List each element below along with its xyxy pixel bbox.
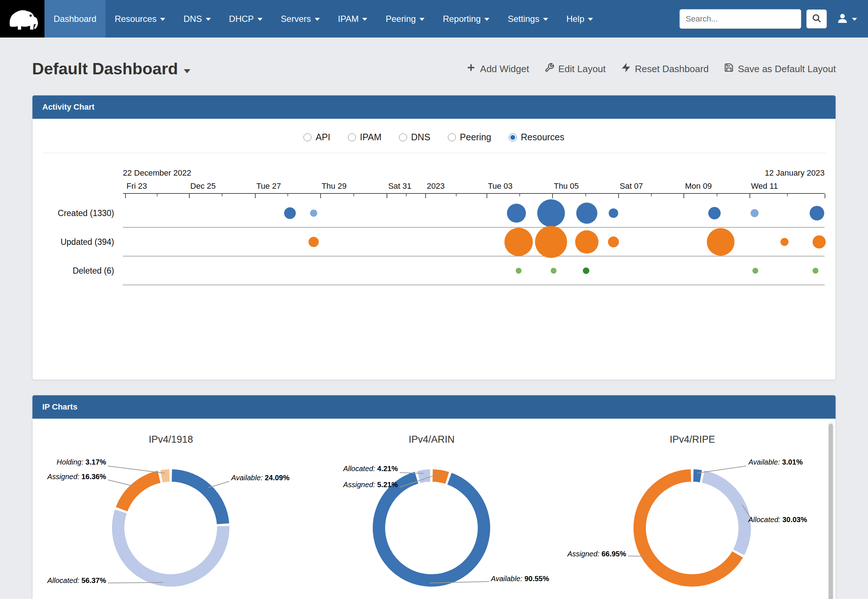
main-menu: DashboardResourcesDNSDHCPServersIPAMPeer… xyxy=(44,0,602,38)
row-track xyxy=(123,199,824,228)
axis-tick-minor xyxy=(222,194,222,196)
activity-panel-header: Activity Chart xyxy=(32,95,836,119)
nav-item-settings[interactable]: Settings xyxy=(498,0,557,38)
action-label: Add Widget xyxy=(480,63,529,75)
label-leader-line xyxy=(697,466,746,473)
radio-input-api[interactable] xyxy=(303,133,311,141)
filter-radio-resources[interactable]: Resources xyxy=(509,132,565,143)
donut-chart-ipv4-arin: IPv4/ARINAllocated: 4.21%Assigned: 5.21%… xyxy=(301,418,562,599)
radio-input-peering[interactable] xyxy=(448,133,456,141)
donut-slice-allocated[interactable] xyxy=(419,476,430,477)
nav-item-resources[interactable]: Resources xyxy=(106,0,174,38)
nav-item-reporting[interactable]: Reporting xyxy=(434,0,498,38)
nav-item-peering[interactable]: Peering xyxy=(376,0,434,38)
axis-tick-minor xyxy=(519,194,520,196)
activity-bubble xyxy=(504,228,533,256)
activity-bubble xyxy=(308,237,319,247)
save-as-default-layout-button[interactable]: Save as Default Layout xyxy=(724,63,836,75)
search-button[interactable] xyxy=(806,9,827,29)
donut-slice-assigned[interactable] xyxy=(122,477,159,509)
donut-slice-available[interactable] xyxy=(693,476,701,476)
timeline-tick-labels: Fri 23Dec 25Tue 27Thu 29Sat 312023Tue 03… xyxy=(123,181,824,193)
axis-tick-minor xyxy=(456,194,457,196)
timeline-row: Updated (394) xyxy=(43,228,824,256)
nav-item-label: Help xyxy=(566,14,584,24)
nav-item-label: DHCP xyxy=(229,14,254,24)
radio-input-ipam[interactable] xyxy=(348,133,356,141)
nav-item-dns[interactable]: DNS xyxy=(174,0,220,38)
donut-title: IPv4/RIPE xyxy=(562,434,823,445)
nav-item-servers[interactable]: Servers xyxy=(272,0,329,38)
dashboard-title-dropdown[interactable]: Default Dashboard xyxy=(32,59,190,78)
activity-filter-group: APIIPAMDNSPeeringResources xyxy=(42,132,826,153)
tick-label: Dec 25 xyxy=(189,181,216,191)
filter-label: API xyxy=(315,132,330,143)
donut-chart-ipv4-1918: IPv4/1918Holding: 3.17%Assigned: 16.36%A… xyxy=(41,418,301,599)
filter-radio-api[interactable]: API xyxy=(303,132,330,143)
donut-slice-available[interactable] xyxy=(379,478,484,580)
donut-slice-holding[interactable] xyxy=(162,476,170,476)
axis-tick-minor xyxy=(287,194,288,196)
radio-input-dns[interactable] xyxy=(399,133,407,141)
mammoth-logo-icon[interactable] xyxy=(0,0,44,38)
nav-item-label: Peering xyxy=(385,14,416,24)
axis-tick-major xyxy=(824,194,825,198)
filter-radio-ipam[interactable]: IPAM xyxy=(348,132,382,143)
axis-tick-major xyxy=(125,194,126,198)
row-label: Updated (394) xyxy=(43,228,123,256)
action-label: Reset Dashboard xyxy=(635,63,709,75)
nav-item-label: IPAM xyxy=(338,14,359,24)
donut-slice-available[interactable] xyxy=(172,476,223,524)
tick-label: Fri 23 xyxy=(125,181,147,191)
chevron-down-icon xyxy=(852,18,857,21)
nav-item-ipam[interactable]: IPAM xyxy=(329,0,377,38)
donut-slice-allocated[interactable] xyxy=(703,477,745,552)
chevron-down-icon xyxy=(420,18,424,21)
donut-svg xyxy=(301,418,562,599)
timeline-row: Deleted (6) xyxy=(43,256,824,285)
filter-radio-peering[interactable]: Peering xyxy=(448,132,491,143)
axis-tick-major xyxy=(386,194,387,198)
edit-layout-button[interactable]: Edit Layout xyxy=(545,63,606,75)
activity-bubble xyxy=(780,238,788,246)
reset-dashboard-button[interactable]: Reset Dashboard xyxy=(621,63,709,75)
axis-tick-major xyxy=(189,194,190,198)
donut-slice-assigned[interactable] xyxy=(433,476,447,478)
add-widget-button[interactable]: Add Widget xyxy=(466,63,529,75)
label-leader-line xyxy=(108,466,165,473)
activity-bubble xyxy=(812,235,826,248)
activity-bubble xyxy=(608,236,619,247)
scrollbar-track[interactable] xyxy=(828,421,834,599)
donut-title: IPv4/1918 xyxy=(41,434,301,445)
activity-timeline: 22 December 2022 12 January 2023 Fri 23D… xyxy=(43,169,824,285)
range-end-label: 12 January 2023 xyxy=(765,169,824,178)
activity-bubble xyxy=(810,206,824,220)
nav-item-label: Reporting xyxy=(443,14,481,24)
donut-label-assigned: Assigned: 16.36% xyxy=(47,473,106,481)
activity-bubble xyxy=(537,199,565,227)
nav-item-label: DNS xyxy=(183,14,202,24)
axis-tick-minor xyxy=(406,194,407,196)
nav-item-help[interactable]: Help xyxy=(557,0,602,38)
radio-input-resources[interactable] xyxy=(509,133,517,141)
search-input[interactable] xyxy=(679,9,801,29)
user-menu[interactable] xyxy=(836,12,857,26)
chevron-down-icon xyxy=(315,18,320,21)
nav-item-label: Settings xyxy=(508,14,539,24)
donut-slice-allocated[interactable] xyxy=(118,512,223,580)
donut-chart-ipv4-ripe: IPv4/RIPEAvailable: 3.01%Allocated: 30.0… xyxy=(562,418,823,599)
scrollbar-thumb[interactable] xyxy=(829,424,833,599)
tick-label: 2023 xyxy=(425,181,445,191)
timeline-row: Created (1330) xyxy=(43,199,824,228)
user-icon xyxy=(836,12,849,26)
action-label: Save as Default Layout xyxy=(738,63,836,75)
filter-radio-dns[interactable]: DNS xyxy=(399,132,430,143)
nav-item-dhcp[interactable]: DHCP xyxy=(220,0,272,38)
donut-title: IPv4/ARIN xyxy=(301,434,562,445)
axis-tick-major xyxy=(749,194,750,198)
nav-item-dashboard[interactable]: Dashboard xyxy=(44,0,106,38)
label-leader-line xyxy=(208,481,229,488)
donut-label-holding: Holding: 3.17% xyxy=(57,458,106,467)
axis-tick-major xyxy=(618,194,619,198)
timeline-axis xyxy=(123,193,824,199)
